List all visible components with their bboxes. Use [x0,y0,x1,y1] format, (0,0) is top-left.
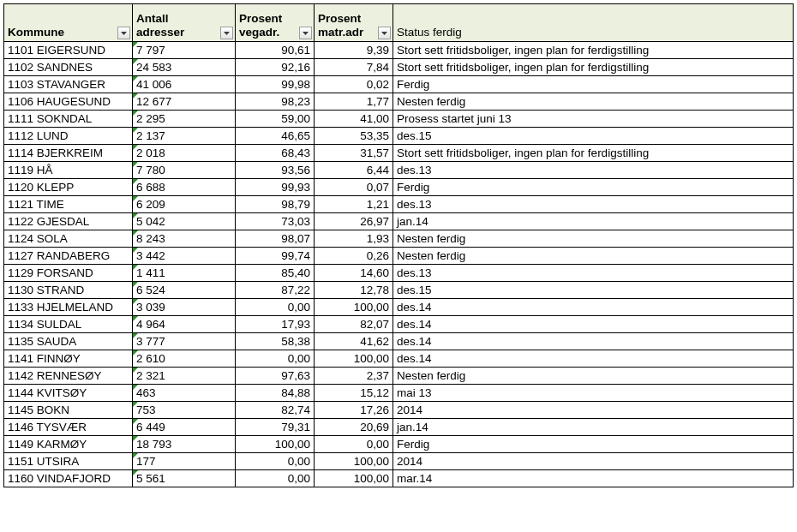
cell-matradr: 20,69 [315,419,393,436]
cell-vegadr: 98,07 [236,230,315,248]
cell-matradr: 100,00 [315,299,393,316]
table-row: 1101 EIGERSUND7 79790,619,39Stort sett f… [4,42,794,59]
cell-matradr: 100,00 [315,453,393,470]
cell-kommune: 1142 RENNESØY [4,368,133,385]
cell-matradr: 1,93 [315,230,393,248]
table-row: 1134 SULDAL4 96417,9382,07des.14 [4,316,794,333]
cell-status: Stort sett fritidsboliger, ingen plan fo… [393,59,794,76]
cell-antall: 2 295 [133,111,236,128]
cell-status: Nesten ferdig [393,368,794,385]
cell-vegadr: 82,74 [236,402,315,419]
cell-antall: 6 209 [133,196,236,213]
filter-button-antall[interactable] [220,27,233,39]
cell-vegadr: 0,00 [236,350,315,368]
col-header-label: Status ferdig [397,26,462,39]
cell-antall: 5 561 [133,470,236,487]
cell-vegadr: 100,00 [236,436,315,453]
cell-matradr: 41,62 [315,333,393,350]
cell-status: Nesten ferdig [393,248,794,265]
cell-antall: 753 [133,402,236,419]
svg-marker-3 [381,32,387,35]
cell-vegadr: 17,93 [236,316,315,333]
cell-matradr: 15,12 [315,385,393,402]
cell-antall: 4 964 [133,316,236,333]
cell-status: des.14 [393,299,794,316]
cell-kommune: 1111 SOKNDAL [4,111,133,128]
cell-vegadr: 68,43 [236,145,315,162]
cell-kommune: 1144 KVITSØY [4,385,133,402]
cell-vegadr: 59,00 [236,111,315,128]
table-row: 1145 BOKN75382,7417,262014 [4,402,794,419]
cell-vegadr: 93,56 [236,162,315,179]
cell-matradr: 26,97 [315,213,393,230]
filter-button-kommune[interactable] [117,27,130,39]
table-row: 1129 FORSAND1 41185,4014,60des.13 [4,265,794,282]
cell-kommune: 1114 BJERKREIM [4,145,133,162]
cell-antall: 2 137 [133,128,236,145]
cell-antall: 3 442 [133,248,236,265]
cell-matradr: 2,37 [315,368,393,385]
cell-antall: 24 583 [133,59,236,76]
cell-status: des.13 [393,265,794,282]
cell-matradr: 17,26 [315,402,393,419]
cell-status: 2014 [393,453,794,470]
filter-button-vegadr[interactable] [299,27,312,39]
cell-matradr: 82,07 [315,316,393,333]
cell-matradr: 7,84 [315,59,393,76]
col-header-label: Antall adresser [136,12,231,39]
chevron-down-icon [303,32,309,35]
cell-antall: 7 797 [133,42,236,59]
cell-antall: 463 [133,385,236,402]
table-row: 1133 HJELMELAND3 0390,00100,00des.14 [4,299,794,316]
cell-matradr: 53,35 [315,128,393,145]
cell-status: Ferdig [393,179,794,196]
cell-status: des.15 [393,128,794,145]
cell-antall: 6 449 [133,419,236,436]
cell-status: des.15 [393,282,794,299]
table-row: 1141 FINNØY2 6100,00100,00des.14 [4,350,794,368]
cell-matradr: 1,21 [315,196,393,213]
cell-kommune: 1133 HJELMELAND [4,299,133,316]
col-header-kommune: Kommune [4,4,133,42]
cell-antall: 2 018 [133,145,236,162]
cell-vegadr: 99,98 [236,76,315,93]
cell-status: mar.14 [393,470,794,487]
cell-kommune: 1124 SOLA [4,230,133,248]
filter-button-matradr[interactable] [378,27,391,39]
cell-antall: 8 243 [133,230,236,248]
cell-kommune: 1160 VINDAFJORD [4,470,133,487]
cell-kommune: 1120 KLEPP [4,179,133,196]
cell-kommune: 1127 RANDABERG [4,248,133,265]
col-header-status: Status ferdig [393,4,794,42]
cell-kommune: 1122 GJESDAL [4,213,133,230]
col-header-matradr: Prosent matr.adr [315,4,393,42]
cell-status: Prosess startet juni 13 [393,111,794,128]
table-row: 1146 TYSVÆR6 44979,3120,69jan.14 [4,419,794,436]
cell-kommune: 1129 FORSAND [4,265,133,282]
cell-kommune: 1101 EIGERSUND [4,42,133,59]
table-row: 1130 STRAND6 52487,2212,78des.15 [4,282,794,299]
cell-kommune: 1134 SULDAL [4,316,133,333]
cell-status: des.13 [393,196,794,213]
cell-vegadr: 98,23 [236,93,315,111]
table-row: 1102 SANDNES24 58392,167,84Stort sett fr… [4,59,794,76]
table-row: 1114 BJERKREIM2 01868,4331,57Stort sett … [4,145,794,162]
cell-vegadr: 99,74 [236,248,315,265]
cell-antall: 5 042 [133,213,236,230]
cell-kommune: 1141 FINNØY [4,350,133,368]
cell-status: Ferdig [393,436,794,453]
table-header-row: Kommune Antall adresser Prosent vegadr. … [4,4,794,42]
col-header-antall: Antall adresser [133,4,236,42]
cell-status: mai 13 [393,385,794,402]
cell-kommune: 1102 SANDNES [4,59,133,76]
cell-status: des.14 [393,333,794,350]
cell-antall: 3 039 [133,299,236,316]
cell-vegadr: 58,38 [236,333,315,350]
cell-antall: 12 677 [133,93,236,111]
cell-antall: 3 777 [133,333,236,350]
cell-vegadr: 73,03 [236,213,315,230]
cell-status: 2014 [393,402,794,419]
cell-matradr: 41,00 [315,111,393,128]
cell-antall: 18 793 [133,436,236,453]
cell-vegadr: 90,61 [236,42,315,59]
